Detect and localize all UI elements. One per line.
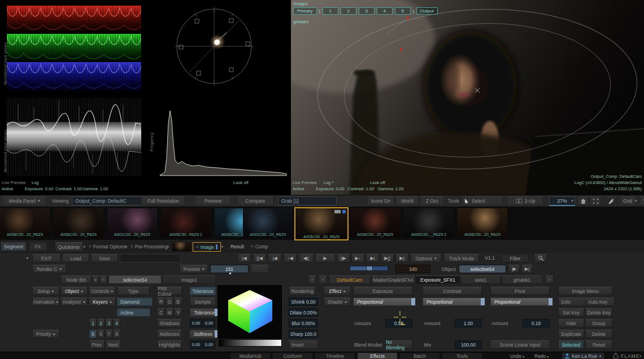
- controls-button[interactable]: Controls▸: [89, 287, 116, 295]
- node-pre-processing[interactable]: ≡Pre-Processing: [130, 242, 168, 251]
- keyer-3-button[interactable]: 3: [105, 319, 112, 327]
- grayscale-ramp[interactable]: [219, 339, 282, 347]
- priority-menu-button[interactable]: Priority▸: [32, 330, 59, 338]
- save-button[interactable]: Save: [91, 254, 118, 262]
- load-button[interactable]: Load: [62, 254, 89, 262]
- preview-button[interactable]: Preview: [195, 196, 231, 205]
- full-resolution-button[interactable]: Full Resolution: [141, 196, 185, 205]
- effect-menu-button[interactable]: Effect▸: [324, 287, 351, 295]
- gmask-vertex-handle[interactable]: [400, 49, 402, 51]
- blur-field[interactable]: Blur 0.00%: [289, 319, 318, 327]
- tab-selective54[interactable]: selective54: [108, 275, 162, 284]
- tab-effects-active[interactable]: Effects: [358, 353, 397, 359]
- blue-channel-button[interactable]: B: [174, 297, 182, 306]
- page-4-button[interactable]: 4: [377, 7, 393, 15]
- primary-button[interactable]: Primary: [293, 7, 317, 15]
- contrast-amount-field[interactable]: 1.00: [455, 319, 482, 327]
- tab-timeline[interactable]: Timeline: [315, 353, 355, 359]
- play-forward-button[interactable]: ||▶: [337, 254, 350, 262]
- node-defaultcam[interactable]: DefaultCam: [329, 275, 371, 284]
- shader-button[interactable]: Shader▸: [324, 297, 351, 306]
- delete-key-button[interactable]: Delete Key: [585, 308, 612, 317]
- pick-colour-button[interactable]: Pick Colour: [157, 287, 182, 295]
- filter-field[interactable]: Filter: [502, 254, 529, 262]
- type-button[interactable]: Type: [117, 287, 150, 295]
- no-blending-button[interactable]: No Blending: [385, 340, 412, 349]
- select-tool-button[interactable]: Select: [462, 196, 503, 205]
- page-3-button[interactable]: 3: [359, 7, 375, 15]
- keyer-4-button[interactable]: 4: [113, 319, 120, 327]
- tolerance-button[interactable]: Tolerance: [190, 287, 216, 295]
- exit-button[interactable]: EXIT: [32, 254, 60, 262]
- node-strip-scroll-right2[interactable]: >: [545, 275, 554, 284]
- node-bin-collapse[interactable]: <: [99, 275, 107, 284]
- counter-field[interactable]: 340: [395, 265, 430, 273]
- next-frame-button[interactable]: ▶|: [366, 254, 379, 262]
- tab-image1[interactable]: image1: [163, 275, 216, 284]
- node-format-options[interactable]: ≡Format Options: [89, 242, 126, 251]
- node-bin-chevron[interactable]: ▾: [92, 275, 99, 284]
- play-range-start-button[interactable]: []◀: [253, 254, 266, 262]
- page-2-button[interactable]: 2: [341, 7, 356, 15]
- selected-toggle[interactable]: Selected: [558, 340, 584, 349]
- solo-toggle[interactable]: Solo: [558, 297, 586, 306]
- animation-menu-button[interactable]: Animation▸: [32, 297, 59, 306]
- contrast-mode-dropdown[interactable]: Proportional: [423, 297, 485, 306]
- node-quicktime[interactable]: Quicktime: [55, 242, 83, 252]
- object-mode-button[interactable]: Object▸: [60, 287, 88, 295]
- pivot-amount-field[interactable]: 0.18: [523, 319, 550, 327]
- sharp-field[interactable]: Sharp 100.0: [289, 330, 318, 338]
- keyers-button[interactable]: Keyers▸: [89, 297, 116, 306]
- two-up-button[interactable]: 2-Up: [507, 196, 543, 205]
- goto-start-button[interactable]: [◀: [238, 254, 251, 262]
- next-button[interactable]: Next: [106, 340, 121, 349]
- exposure-header[interactable]: Exposure: [353, 287, 412, 295]
- user-menu[interactable]: Ken La Rue ▾: [562, 353, 604, 359]
- home-view-button[interactable]: [577, 196, 589, 205]
- green-channel-button[interactable]: G: [166, 297, 173, 306]
- page-1-button[interactable]: 1: [323, 7, 338, 15]
- keyer-2-button[interactable]: 2: [97, 319, 105, 327]
- chevron-down-icon[interactable]: ▾: [639, 354, 641, 358]
- play-button[interactable]: ▶: [315, 254, 335, 262]
- media-panel-button[interactable]: Media Panel▾: [3, 196, 46, 205]
- scene-linear-input-button[interactable]: Scene Linear Input: [490, 340, 550, 349]
- gmask-vertex-handle[interactable]: [407, 17, 409, 19]
- hide-button[interactable]: Hide: [558, 319, 584, 327]
- tolerance-value-2[interactable]: 0.00: [203, 319, 215, 327]
- next-object-button[interactable]: ▶|: [521, 265, 533, 273]
- page-5-button[interactable]: 5: [395, 7, 411, 15]
- play-range-end-button[interactable]: ▶[]: [381, 254, 394, 262]
- keyer-7-button[interactable]: 7: [105, 330, 112, 338]
- play-reverse-button[interactable]: ◀||: [299, 254, 314, 262]
- clip-thumbnail[interactable]: A006C00...20_R6Z9: [350, 208, 400, 237]
- undo-button[interactable]: Undo▾: [510, 353, 524, 359]
- tab-batch[interactable]: Batch: [400, 353, 440, 359]
- icons-on-button[interactable]: Icons On: [367, 196, 394, 205]
- prev-keyframe-button[interactable]: ↓◀: [284, 254, 297, 262]
- keyer-6-button[interactable]: 6: [97, 330, 105, 338]
- mix-field[interactable]: 100.00: [455, 340, 482, 349]
- keyer-5-button[interactable]: 5: [89, 330, 97, 338]
- prev-button[interactable]: Prev: [89, 340, 105, 349]
- current-frame-field[interactable]: 151: [210, 265, 249, 273]
- frame-slider-handle[interactable]: [229, 273, 231, 274]
- clip-thumbnail[interactable]: A006C00...20_R6Z9: [0, 208, 50, 237]
- compare-button[interactable]: Compare: [237, 196, 273, 205]
- node-axis1[interactable]: axis1: [460, 275, 501, 284]
- exposure-mode-dropdown[interactable]: Proportional: [353, 297, 416, 306]
- pivot-mode-dropdown[interactable]: Proportional: [490, 297, 553, 306]
- back-arrow-icon[interactable]: ◂: [26, 256, 28, 260]
- world-button[interactable]: World: [396, 196, 419, 205]
- grab-field[interactable]: Grab [1]: [278, 196, 337, 205]
- analyzer-button[interactable]: Analyzer▸: [60, 297, 88, 306]
- frame-step-button[interactable]: [251, 265, 269, 273]
- fit-view-button[interactable]: [590, 196, 601, 205]
- sample-button[interactable]: Sample: [190, 297, 216, 306]
- tolerance-value-1[interactable]: 0.00: [190, 319, 202, 327]
- gmask-overlay[interactable]: [291, 0, 644, 195]
- z-occ-button[interactable]: Z Occ: [420, 196, 444, 205]
- tolerance-dropdown[interactable]: Tolerance: [190, 308, 219, 317]
- viewer[interactable]: image1 Primary | 1 2 3 4 5 | Output gmas…: [291, 0, 644, 195]
- softness-dropdown[interactable]: Softness: [190, 330, 219, 338]
